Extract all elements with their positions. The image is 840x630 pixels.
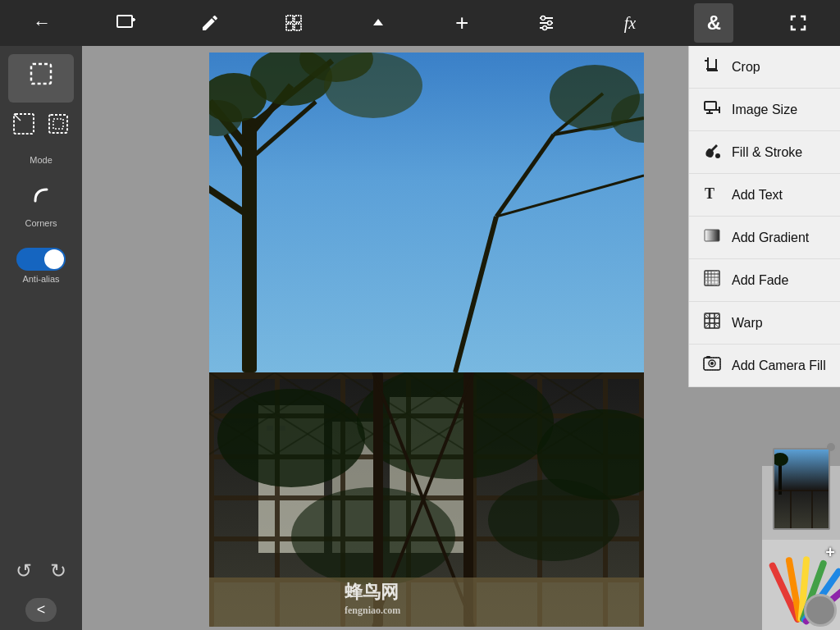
svg-rect-0 bbox=[117, 16, 132, 27]
sidebar-tool-select[interactable] bbox=[8, 54, 74, 103]
svg-line-131 bbox=[714, 323, 719, 328]
adjust-button[interactable] bbox=[527, 3, 566, 43]
svg-point-135 bbox=[710, 362, 714, 365]
svg-rect-4 bbox=[294, 16, 301, 22]
add-image-button[interactable] bbox=[107, 3, 146, 43]
crop-icon bbox=[702, 56, 722, 78]
menu-item-warp-label: Warp bbox=[732, 316, 763, 331]
svg-text:T: T bbox=[705, 185, 714, 202]
sidebar-tool-mode-b[interactable] bbox=[43, 109, 73, 142]
collapse-sidebar-button[interactable]: < bbox=[0, 598, 82, 622]
menu-item-add-camera-fill-label: Add Camera Fill bbox=[732, 358, 826, 373]
svg-point-88 bbox=[488, 479, 619, 561]
fence-svg bbox=[209, 372, 644, 627]
svg-point-12 bbox=[542, 26, 546, 30]
warp-icon bbox=[702, 312, 722, 334]
draw-button[interactable] bbox=[190, 3, 230, 43]
anti-alias-toggle[interactable] bbox=[16, 248, 66, 271]
corners-icon bbox=[27, 181, 55, 215]
left-sidebar: Mode Corners Anti-alias ↺ ↻ < bbox=[0, 46, 82, 630]
svg-rect-106 bbox=[705, 102, 716, 110]
fullscreen-button[interactable] bbox=[778, 3, 818, 43]
mode-label: Mode bbox=[30, 155, 52, 165]
svg-rect-114 bbox=[705, 271, 719, 285]
menu-button[interactable]: & bbox=[694, 3, 733, 43]
select-rect-icon bbox=[28, 61, 54, 93]
menu-item-image-size[interactable]: Image Size bbox=[689, 89, 840, 131]
tree-svg bbox=[209, 52, 644, 372]
undo-redo-group: ↺ ↻ bbox=[0, 553, 82, 589]
svg-rect-5 bbox=[286, 24, 293, 30]
add-fade-icon bbox=[702, 269, 722, 291]
svg-point-111 bbox=[715, 153, 720, 158]
menu-item-add-gradient-label: Add Gradient bbox=[732, 231, 809, 245]
top-toolbar: ← + fx & bbox=[0, 0, 840, 46]
menu-item-add-text[interactable]: T Add Text bbox=[689, 174, 840, 217]
add-camera-fill-icon bbox=[702, 354, 722, 377]
menu-item-add-gradient[interactable]: Add Gradient bbox=[689, 217, 840, 259]
svg-point-30 bbox=[324, 52, 422, 118]
collapse-icon: < bbox=[25, 598, 57, 622]
svg-line-129 bbox=[714, 313, 719, 318]
add-palette-button[interactable]: + bbox=[825, 543, 835, 562]
add-button[interactable]: + bbox=[442, 3, 482, 43]
image-size-icon bbox=[702, 98, 722, 121]
svg-rect-17 bbox=[53, 119, 63, 129]
mode-b-icon bbox=[47, 112, 70, 139]
anti-alias-label: Anti-alias bbox=[22, 274, 59, 284]
svg-rect-95 bbox=[778, 462, 782, 495]
fx-button[interactable]: fx bbox=[610, 3, 650, 43]
svg-point-11 bbox=[547, 21, 551, 25]
corners-label: Corners bbox=[25, 218, 57, 228]
add-text-icon: T bbox=[702, 184, 722, 206]
dropdown-menu: Crop Image Size Fill & Stroke T bbox=[688, 46, 840, 387]
collapse-button[interactable] bbox=[358, 3, 398, 43]
svg-line-128 bbox=[705, 313, 710, 318]
menu-item-add-fade[interactable]: Add Fade bbox=[689, 259, 840, 302]
anti-alias-wrapper: Anti-alias bbox=[8, 248, 74, 284]
canvas-image: 蜂鸟网 fengniao.com bbox=[209, 52, 644, 627]
image-top-sky bbox=[209, 52, 644, 372]
add-gradient-icon bbox=[702, 226, 722, 249]
selection-button[interactable] bbox=[274, 3, 313, 43]
mode-a-icon bbox=[12, 112, 35, 139]
svg-rect-6 bbox=[294, 24, 301, 30]
svg-rect-113 bbox=[705, 230, 719, 241]
menu-item-warp[interactable]: Warp bbox=[689, 302, 840, 345]
menu-item-fill-stroke[interactable]: Fill & Stroke bbox=[689, 131, 840, 174]
sidebar-tool-mode-a[interactable] bbox=[9, 109, 39, 142]
color-swatch-circle[interactable] bbox=[804, 594, 837, 627]
svg-point-10 bbox=[541, 16, 545, 21]
menu-item-crop[interactable]: Crop bbox=[689, 46, 840, 89]
svg-point-84 bbox=[217, 389, 365, 487]
svg-line-15 bbox=[14, 114, 21, 121]
svg-rect-13 bbox=[31, 64, 51, 84]
image-bottom-fence: 蜂鸟网 fengniao.com bbox=[209, 372, 644, 627]
toggle-knob bbox=[44, 249, 64, 269]
menu-item-add-camera-fill[interactable]: Add Camera Fill bbox=[689, 345, 840, 387]
svg-rect-3 bbox=[286, 16, 293, 22]
redo-button[interactable]: ↻ bbox=[50, 559, 66, 582]
sidebar-tool-corners[interactable]: Corners bbox=[8, 175, 74, 235]
menu-item-add-fade-label: Add Fade bbox=[732, 273, 788, 288]
palette-area: + bbox=[762, 540, 840, 630]
fill-stroke-icon bbox=[702, 141, 722, 163]
svg-rect-93 bbox=[209, 578, 644, 627]
svg-line-130 bbox=[705, 323, 710, 328]
svg-rect-16 bbox=[49, 115, 67, 133]
undo-button[interactable]: ↺ bbox=[16, 559, 32, 582]
menu-item-image-size-label: Image Size bbox=[732, 103, 797, 117]
thumbnail-panel: + bbox=[762, 466, 840, 630]
thumbnail-image[interactable] bbox=[773, 448, 830, 530]
menu-item-add-text-label: Add Text bbox=[732, 188, 783, 203]
menu-item-crop-label: Crop bbox=[732, 60, 760, 75]
menu-item-fill-stroke-label: Fill & Stroke bbox=[732, 145, 802, 160]
back-button[interactable]: ← bbox=[22, 3, 62, 43]
